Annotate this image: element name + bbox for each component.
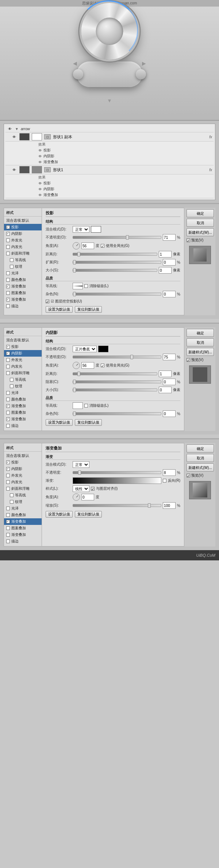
style-ds-3[interactable]: 投影 (4, 459, 42, 466)
global-light-cb-2[interactable]: ✓ (101, 364, 104, 367)
style-co-2[interactable]: 颜色叠加 (4, 396, 42, 403)
distance-input-2[interactable] (159, 371, 172, 377)
reset-default-btn-1[interactable]: 复位到默认值 (75, 306, 102, 313)
new-style-btn-1[interactable]: 新建样式(W)... (187, 228, 214, 236)
layer-row[interactable]: 👁 ▼ arrow (5, 125, 214, 132)
cancel-btn-1[interactable]: 取消 (187, 219, 214, 227)
knob-circle[interactable] (81, 3, 138, 60)
distance-slider-2[interactable] (73, 372, 157, 375)
contour-preview-1[interactable] (73, 283, 83, 289)
size-input-1[interactable] (159, 267, 172, 274)
opacity-slider-1[interactable] (73, 236, 161, 239)
cb-contour-1[interactable] (10, 258, 14, 262)
size-slider-2[interactable] (73, 388, 157, 391)
reset-default-btn-3[interactable]: 复位到默认值 (75, 511, 102, 518)
contour-preview-2[interactable] (73, 402, 83, 409)
style-inner-glow-1[interactable]: 内发光 (4, 244, 42, 250)
knockout-cb-1[interactable]: ✓ (46, 300, 49, 303)
style-bevel-1[interactable]: 斜面和浮雕 (4, 250, 42, 257)
preview-cb-1[interactable]: ✓ (187, 238, 190, 242)
noise-slider-2[interactable] (73, 412, 161, 415)
style-texture-2[interactable]: 纹理 (4, 383, 42, 390)
confirm-btn-2[interactable]: 确定 (187, 329, 214, 337)
style-bevel-2[interactable]: 斜面和浮雕 (4, 370, 42, 376)
preview-cb-3[interactable]: ✓ (187, 474, 190, 477)
opacity-slider-3[interactable] (73, 471, 161, 474)
style-satin-2[interactable]: 光泽 (4, 390, 42, 396)
style-is-2[interactable]: 内阴影 (4, 350, 42, 357)
eye-icon[interactable]: 👁 (7, 126, 13, 131)
angle-dial-3[interactable] (73, 493, 80, 501)
style-po-3[interactable]: 图案叠加 (4, 525, 42, 531)
blend-color-1[interactable] (91, 226, 101, 233)
cb-satin-1[interactable] (6, 271, 10, 275)
spread-slider-1[interactable] (73, 261, 161, 264)
angle-input-3[interactable] (81, 494, 94, 500)
style-po-2[interactable]: 图案叠加 (4, 409, 42, 416)
cb-gradient-overlay-1[interactable] (6, 285, 10, 288)
blend-select-2[interactable]: 正片叠底 (73, 346, 97, 352)
confirm-btn-1[interactable]: 确定 (187, 209, 214, 217)
distance-input-1[interactable] (159, 251, 172, 258)
style-blend-options-2[interactable]: 混合选项:默认 (4, 337, 42, 343)
style-ig-3[interactable]: 内发光 (4, 479, 42, 485)
style-blend-options-1[interactable]: 混合选项:默认 (4, 217, 42, 224)
style-stroke-2[interactable]: 描边 (4, 422, 42, 429)
noise-input-1[interactable] (163, 291, 176, 297)
size-thumb-1[interactable] (73, 268, 76, 273)
set-default-btn-1[interactable]: 设置为默认值 (46, 306, 73, 313)
style-go-3[interactable]: 渐变叠加 (4, 518, 42, 525)
blend-select-3[interactable]: 正常 (73, 461, 89, 468)
cancel-btn-3[interactable]: 取消 (187, 454, 214, 462)
size-slider-1[interactable] (73, 269, 157, 272)
new-style-btn-2[interactable]: 新建样式(W)... (187, 348, 214, 356)
spread-thumb-1[interactable] (73, 260, 76, 264)
preview-cb-2[interactable]: ✓ (187, 358, 190, 362)
opacity-thumb-1[interactable] (126, 235, 129, 240)
opacity-input-3[interactable] (163, 469, 176, 476)
spread-input-1[interactable] (163, 259, 176, 266)
cb-texture-1[interactable] (10, 265, 14, 268)
reset-default-btn-2[interactable]: 复位到默认值 (75, 419, 102, 426)
style-og-2[interactable]: 外发光 (4, 357, 42, 363)
choke-input-2[interactable] (163, 379, 176, 385)
style-go-2[interactable]: 渐变叠加 (4, 403, 42, 409)
noise-thumb-1[interactable] (73, 292, 76, 296)
cb-pattern-overlay-1[interactable] (6, 291, 10, 295)
style-color-overlay-1[interactable]: 颜色叠加 (4, 277, 42, 283)
cb-stroke-shadow-1[interactable] (6, 298, 10, 301)
style-bevel-3[interactable]: 斜面和浮雕 (4, 485, 42, 492)
style-inner-shadow-1[interactable]: 内阴影 (4, 230, 42, 237)
style-ig-2[interactable]: 内发光 (4, 363, 42, 370)
style-contour-1[interactable]: 等高线 (4, 257, 42, 263)
cancel-btn-2[interactable]: 取消 (187, 338, 214, 346)
cb-stroke-1[interactable] (6, 304, 10, 308)
scale-slider-3[interactable] (73, 504, 161, 507)
noise-input-2[interactable] (163, 410, 176, 417)
opacity-input-2[interactable] (163, 354, 176, 360)
style-outer-glow-1[interactable]: 外发光 (4, 237, 42, 244)
cb-outer-glow-1[interactable] (6, 238, 10, 242)
style-satin-3[interactable]: 光泽 (4, 505, 42, 512)
set-default-btn-2[interactable]: 设置为默认值 (46, 419, 73, 426)
style-select-3[interactable]: 线性 (73, 485, 89, 492)
alias-cb-2[interactable] (84, 404, 88, 407)
style-go2-3[interactable]: 渐变叠加 (4, 531, 42, 538)
style-co-3[interactable]: 颜色叠加 (4, 512, 42, 518)
style-pattern-overlay-1[interactable]: 图案叠加 (4, 290, 42, 296)
reverse-cb-3[interactable] (163, 479, 166, 482)
alias-cb-1[interactable] (84, 284, 88, 288)
angle-input-2[interactable] (81, 362, 94, 369)
style-is-3[interactable]: 内阴影 (4, 466, 42, 472)
new-style-btn-3[interactable]: 新建样式(W)... (187, 463, 214, 471)
style-og-3[interactable]: 外发光 (4, 472, 42, 479)
choke-slider-2[interactable] (73, 380, 161, 383)
style-texture-1[interactable]: 纹理 (4, 263, 42, 270)
style-blend-options-3[interactable]: 混合选项:默认 (4, 452, 42, 459)
style-satin-1[interactable]: 光泽 (4, 270, 42, 277)
style-ds-2[interactable]: 投影 (4, 343, 42, 350)
distance-slider-1[interactable] (73, 253, 157, 256)
noise-slider-1[interactable] (73, 293, 161, 296)
style-go2-2[interactable]: 渐变叠加 (4, 416, 42, 422)
size-input-2[interactable] (159, 387, 172, 393)
